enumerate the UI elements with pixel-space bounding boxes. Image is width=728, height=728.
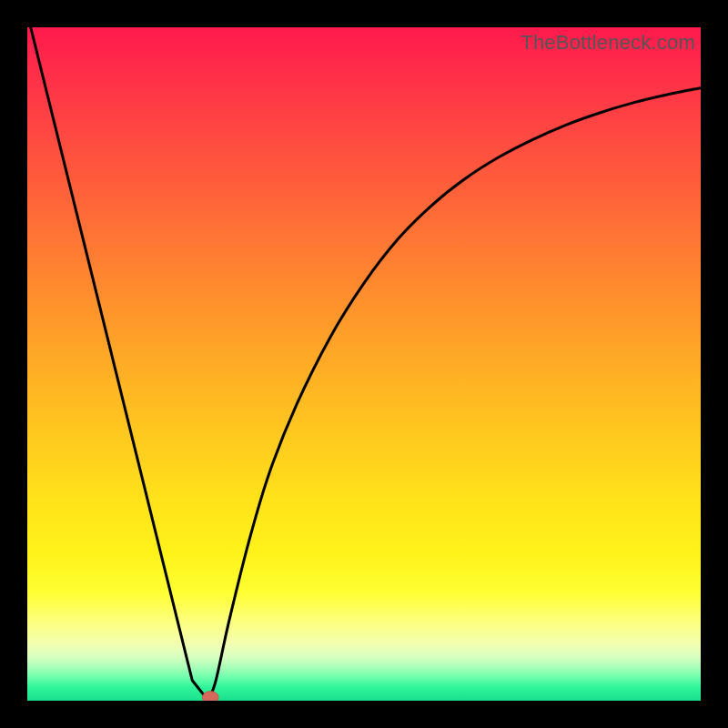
watermark-text: TheBottleneck.com (521, 31, 695, 55)
plot-area: TheBottleneck.com (27, 27, 701, 701)
chart-frame: TheBottleneck.com (0, 0, 728, 728)
bottleneck-curve (31, 27, 701, 697)
chart-svg (27, 27, 701, 701)
optimal-point-marker (202, 692, 218, 701)
